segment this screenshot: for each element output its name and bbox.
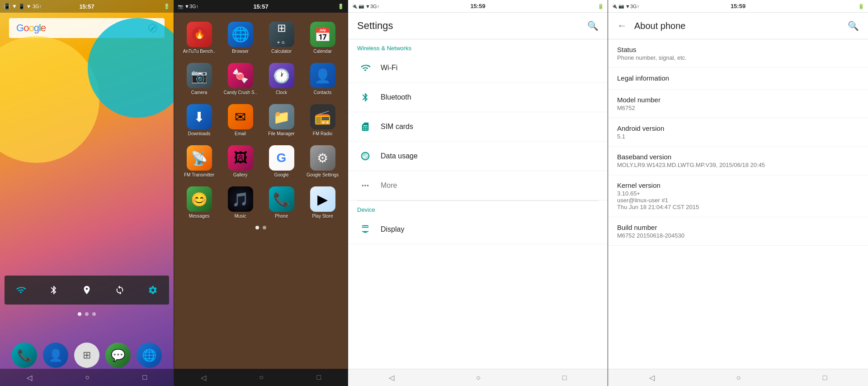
network-type: 📱 ▼ 3G↑ (19, 4, 42, 10)
app-drawer-grid: 🔥 AnTuTu Bench.. 🌐 Browser ⊞+ = Calculat… (174, 13, 348, 235)
home-btn-settings[interactable]: ○ (476, 374, 481, 382)
home-btn-about[interactable]: ○ (736, 374, 741, 382)
email-icon: ✉ (228, 104, 253, 129)
more-setting[interactable]: More (348, 171, 608, 200)
home-button[interactable]: ○ (85, 373, 90, 381)
app-antutu[interactable]: 🔥 AnTuTu Bench.. (179, 18, 219, 57)
googlesettings-label: Google Settings (307, 172, 339, 177)
app-browser[interactable]: 🌐 Browser (221, 18, 260, 57)
app-playstore[interactable]: ▶ Play Store (303, 183, 342, 222)
dot-1 (78, 312, 81, 316)
about-search-icon[interactable]: 🔍 (848, 20, 859, 31)
app-fmtransmitter[interactable]: 📡 FM Transmitter (179, 142, 219, 181)
app-clock[interactable]: 🕐 Clock (262, 59, 301, 99)
dock-phone[interactable]: 📞 (12, 343, 37, 368)
back-btn-settings[interactable]: ◁ (389, 373, 394, 382)
kernel-value: 3.10.65+ user@linux-user #1 Thu Jun 18 2… (617, 190, 859, 210)
status-title: Status (617, 46, 859, 53)
legal-title: Legal information (617, 74, 859, 82)
device-section-header: Device (348, 201, 608, 215)
qs-bluetooth-icon[interactable] (45, 281, 63, 299)
about-android[interactable]: Android version 5.1 (608, 118, 868, 147)
calculator-icon: ⊞+ = (269, 22, 294, 47)
bluetooth-setting[interactable]: Bluetooth (348, 83, 608, 112)
bg-decoration-yellow (0, 36, 99, 163)
app-contacts[interactable]: 👤 Contacts (303, 59, 342, 99)
wifi-setting[interactable]: Wi-Fi (348, 53, 608, 83)
back-btn-about[interactable]: ◁ (649, 373, 655, 382)
dock-contacts[interactable]: 👤 (43, 343, 68, 368)
app-phone[interactable]: 📞 Phone (262, 183, 301, 222)
dock-browser[interactable]: 🌐 (137, 343, 162, 368)
recents-btn-drawer[interactable]: □ (317, 373, 321, 381)
app-filemanager[interactable]: 📁 File Manager (262, 100, 301, 140)
about-kernel[interactable]: Kernel version 3.10.65+ user@linux-user … (608, 175, 868, 217)
recents-btn-settings[interactable]: □ (562, 374, 567, 382)
gallery-label: Gallery (233, 172, 248, 177)
usb-icon-about: 🔌 (612, 4, 617, 9)
dock-messages[interactable]: 💬 (105, 343, 131, 368)
app-email[interactable]: ✉ Email (221, 100, 260, 140)
app-music[interactable]: 🎵 Music (221, 183, 260, 222)
about-header: ← About phone 🔍 (608, 13, 868, 39)
fmradio-label: FM Radio (313, 131, 332, 136)
app-gallery[interactable]: 🖼 Gallery (221, 142, 260, 181)
app-calculator[interactable]: ⊞+ = Calculator (262, 18, 301, 57)
email-label: Email (235, 131, 246, 136)
nav-bar-settings: ◁ ○ □ (348, 369, 608, 386)
sim-setting[interactable]: SIM cards (348, 112, 608, 142)
drawer-page-indicators (178, 224, 344, 231)
settings-title: Settings (357, 20, 393, 32)
display-label: Display (381, 225, 404, 234)
app-fmradio[interactable]: 📻 FM Radio (303, 100, 342, 140)
baseband-value: MOLY.LR9.W1423.MD.LWTG.MP.V39, 2015/06/1… (617, 162, 859, 168)
about-status[interactable]: Status Phone number, signal, etc. (608, 39, 868, 68)
build-value: M6752 20150618-204530 (617, 232, 859, 239)
about-build[interactable]: Build number M6752 20150618-204530 (608, 217, 868, 246)
data-usage-setting[interactable]: Data usage (348, 142, 608, 171)
status-left-drawer: 📷 ▼3G↑ (178, 4, 198, 9)
app-google[interactable]: G Google (262, 142, 301, 181)
clock-label: Clock (276, 90, 287, 95)
app-camera[interactable]: 📷 Camera (179, 59, 219, 99)
svg-text:🔥: 🔥 (193, 29, 205, 39)
back-arrow-icon[interactable]: ← (617, 20, 627, 32)
screenshot-icon: 📷 (178, 4, 183, 9)
qs-sync-icon[interactable] (111, 281, 129, 299)
antutu-icon: 🔥 (187, 22, 212, 47)
recents-btn-about[interactable]: □ (823, 374, 827, 382)
about-legal[interactable]: Legal information (608, 68, 868, 90)
phone-label: Phone (275, 214, 288, 219)
browser-label: Browser (232, 49, 249, 54)
app-calendar[interactable]: 📅 Calendar (303, 18, 342, 57)
bluetooth-label: Bluetooth (381, 93, 411, 101)
home-btn-drawer[interactable]: ○ (259, 373, 264, 381)
display-setting-icon (357, 221, 373, 238)
app-candy[interactable]: 🍬 Candy Crush S.. (221, 59, 260, 99)
display-setting[interactable]: Display (348, 215, 608, 244)
about-model[interactable]: Model number M6752 (608, 90, 868, 118)
drawer-dot-2 (263, 226, 266, 229)
dot-3 (92, 312, 96, 316)
app-googlesettings[interactable]: ⚙ Google Settings (303, 142, 342, 181)
app-messages[interactable]: 😊 Messages (179, 183, 219, 222)
back-button[interactable]: ◁ (27, 373, 32, 382)
app-downloads[interactable]: ⬇ Downloads (179, 100, 219, 140)
status-subtitle: Phone number, signal, etc. (617, 54, 859, 61)
back-btn-drawer[interactable]: ◁ (201, 373, 206, 382)
calendar-icon: 📅 (310, 22, 335, 47)
qs-location-icon[interactable] (78, 281, 96, 299)
dock-launcher[interactable]: ⊞ (74, 343, 99, 368)
filemanager-label: File Manager (268, 131, 294, 136)
qs-wifi-icon[interactable] (12, 281, 30, 299)
app-drawer-screen: 📷 ▼3G↑ 15:57 🔋 🔥 AnTuTu Bench.. 🌐 Browse… (174, 0, 348, 386)
recents-button[interactable]: □ (143, 373, 147, 381)
more-setting-icon (357, 177, 373, 194)
qs-settings-icon[interactable] (144, 281, 162, 299)
nav-bar-about: ◁ ○ □ (608, 369, 868, 386)
playstore-label: Play Store (312, 214, 333, 219)
home-screen: 📳 ▼ 📱 ▼ 3G↑ 15:57 🔋 Google 🎤 (0, 0, 174, 386)
settings-search-icon[interactable]: 🔍 (587, 20, 599, 31)
about-baseband[interactable]: Baseband version MOLY.LR9.W1423.MD.LWTG.… (608, 147, 868, 175)
google-icon: G (269, 145, 294, 171)
